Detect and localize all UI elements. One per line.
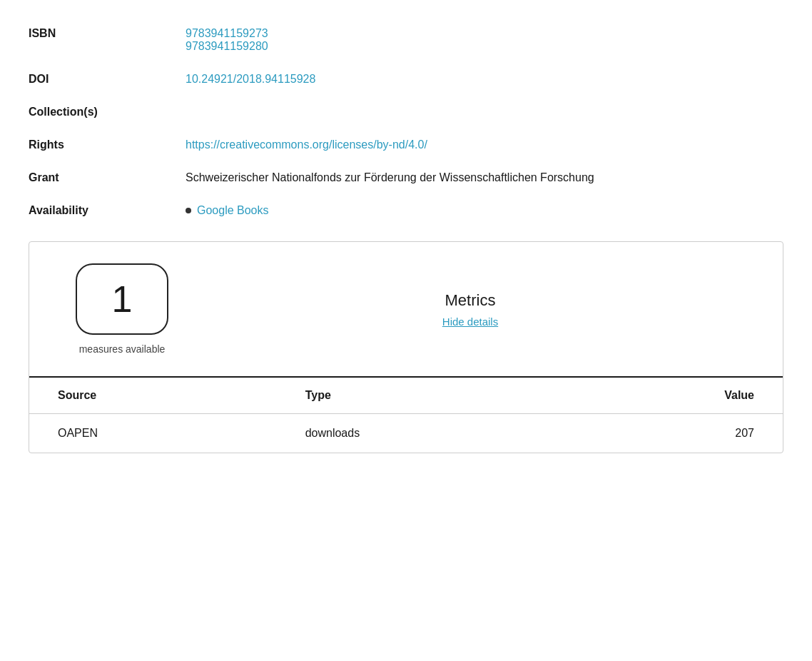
doi-value: 10.24921/2018.94115928 [186,73,783,86]
table-row: OAPENdownloads207 [29,414,783,453]
availability-row: Availability Google Books [29,194,783,227]
isbn-row: ISBN 9783941159273 9783941159280 [29,17,783,63]
rights-link[interactable]: https://creativecommons.org/licenses/by-… [186,138,427,151]
metrics-title: Metrics [445,291,496,310]
metrics-top: 1 measures available Metrics Hide detail… [29,242,783,376]
metrics-count: 1 [112,278,133,321]
table-cell-type: downloads [277,414,562,453]
metrics-available-text: measures available [79,343,166,355]
grant-value: Schweizerischer Nationalfonds zur Förder… [186,171,783,184]
metrics-right: Metrics Hide details [186,291,754,328]
metadata-section: ISBN 9783941159273 9783941159280 DOI 10.… [29,17,783,227]
col-header-type: Type [277,378,562,414]
isbn-link-2[interactable]: 9783941159280 [186,40,783,53]
doi-row: DOI 10.24921/2018.94115928 [29,63,783,96]
col-header-value: Value [562,378,783,414]
metrics-table: Source Type Value OAPENdownloads207 [29,378,783,453]
isbn-value: 9783941159273 9783941159280 [186,27,783,53]
metrics-box: 1 measures available Metrics Hide detail… [29,241,783,453]
metrics-count-box: 1 [76,263,168,335]
rights-value: https://creativecommons.org/licenses/by-… [186,138,783,151]
availability-bullet: Google Books [186,204,783,217]
isbn-link-1[interactable]: 9783941159273 [186,27,783,40]
col-header-source: Source [29,378,277,414]
collections-row: Collection(s) [29,96,783,128]
availability-link[interactable]: Google Books [197,204,269,217]
metrics-hide-details-link[interactable]: Hide details [442,316,498,328]
grant-label: Grant [29,171,186,184]
bullet-dot-icon [186,208,191,213]
isbn-label: ISBN [29,27,186,40]
collections-label: Collection(s) [29,106,186,118]
grant-row: Grant Schweizerischer Nationalfonds zur … [29,161,783,194]
metrics-left: 1 measures available [58,263,186,355]
metrics-table-header-row: Source Type Value [29,378,783,414]
rights-row: Rights https://creativecommons.org/licen… [29,128,783,161]
rights-label: Rights [29,138,186,151]
table-cell-value: 207 [562,414,783,453]
doi-label: DOI [29,73,186,86]
availability-label: Availability [29,204,186,217]
isbn-block: 9783941159273 9783941159280 [186,27,783,53]
availability-value: Google Books [186,204,783,217]
doi-link[interactable]: 10.24921/2018.94115928 [186,73,315,85]
table-cell-source: OAPEN [29,414,277,453]
